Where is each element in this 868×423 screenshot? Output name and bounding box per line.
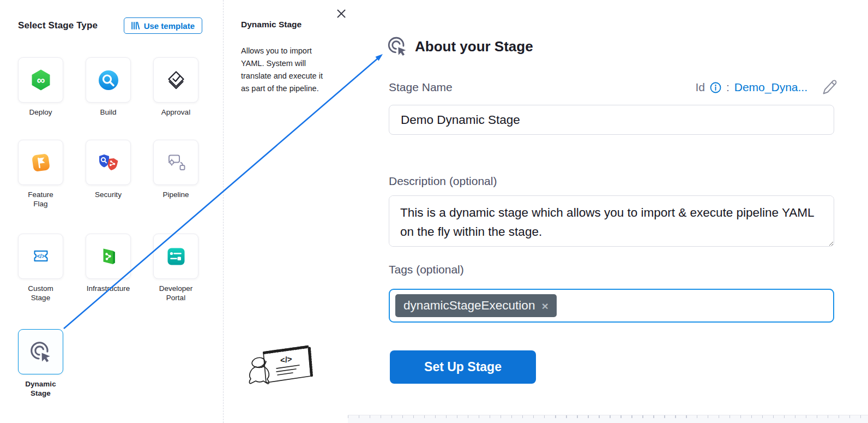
about-stage-panel: About your Stage Stage Name Id : Demo_Dy…	[349, 0, 868, 423]
stage-type-header: Select Stage Type Use template	[18, 17, 202, 34]
close-icon[interactable]	[336, 9, 347, 20]
approval-icon	[164, 68, 188, 92]
stage-tile-custom-stage[interactable]: </> Custom Stage	[18, 234, 63, 302]
dynamic-stage-icon	[28, 339, 53, 365]
stage-tile-developer-portal[interactable]: Developer Portal	[153, 234, 198, 302]
stage-tile-label: Dynamic Stage	[22, 379, 60, 398]
stage-row-1: ∞ Deploy Build	[18, 57, 198, 117]
developer-portal-icon	[164, 245, 188, 269]
stage-tile-label: Approval	[141, 108, 212, 117]
pipeline-canvas-edge	[348, 415, 868, 423]
stage-tile-label: Developer Portal	[157, 284, 195, 302]
dynamic-stage-icon	[386, 35, 409, 58]
stage-name-input[interactable]	[389, 105, 834, 135]
help-panel-description: Allows you to import YAML. System will t…	[241, 45, 328, 95]
remove-tag-icon[interactable]: ×	[541, 300, 548, 312]
whiteboard-sketch-icon: </>	[244, 344, 326, 398]
build-icon	[97, 68, 120, 92]
stage-setup-screen: Select Stage Type Use template ∞	[0, 0, 868, 423]
panel-title: Select Stage Type	[18, 20, 98, 31]
stage-tile-security[interactable]: Security	[86, 140, 131, 208]
custom-stage-icon: </>	[29, 245, 53, 269]
use-template-button[interactable]: Use template	[124, 17, 202, 34]
security-icon	[97, 151, 120, 175]
set-up-stage-button[interactable]: Set Up Stage	[390, 350, 536, 384]
svg-text:∞: ∞	[37, 73, 45, 86]
stage-row-2: Feature Flag Security	[18, 140, 198, 208]
stage-name-row: Stage Name Id : Demo_Dyna...	[389, 79, 837, 96]
deploy-icon: ∞	[29, 68, 53, 92]
stage-tile-build[interactable]: Build	[86, 57, 131, 117]
stage-name-label: Stage Name	[389, 81, 453, 94]
svg-text:</>: </>	[37, 253, 45, 259]
pipeline-icon	[164, 151, 188, 175]
tags-label: Tags (optional)	[389, 263, 464, 276]
stage-row-4: Dynamic Stage	[18, 329, 63, 398]
feature-flag-icon	[29, 151, 53, 175]
stage-tile-label: Pipeline	[141, 190, 212, 199]
id-separator: :	[726, 81, 730, 94]
infrastructure-icon	[97, 245, 120, 269]
stage-tile-pipeline[interactable]: Pipeline	[153, 140, 198, 208]
edit-id-button[interactable]	[821, 79, 837, 96]
description-textarea[interactable]: This is a dynamic stage which allows you…	[389, 195, 834, 247]
tag-chip: dynamicStageExecution ×	[395, 294, 557, 317]
svg-text:</>: </>	[280, 354, 293, 365]
help-panel-title: Dynamic Stage	[241, 20, 302, 29]
stage-tile-label: Deploy	[5, 108, 76, 117]
use-template-label: Use template	[144, 21, 195, 31]
stage-tile-feature-flag[interactable]: Feature Flag	[18, 140, 63, 208]
info-icon[interactable]	[710, 82, 721, 93]
description-label: Description (optional)	[389, 175, 497, 188]
template-library-icon	[131, 22, 140, 29]
stage-tile-label: Infrastructure	[73, 284, 144, 293]
tag-chip-label: dynamicStageExecution	[403, 299, 535, 313]
stage-id-group: Id : Demo_Dyna...	[695, 79, 837, 96]
stage-tile-infrastructure[interactable]: Infrastructure	[86, 234, 131, 302]
stage-tile-dynamic-stage[interactable]: Dynamic Stage	[18, 329, 63, 398]
stage-tile-approval[interactable]: Approval	[153, 57, 198, 117]
stage-tile-deploy[interactable]: ∞ Deploy	[18, 57, 63, 117]
about-heading-title: About your Stage	[415, 38, 533, 55]
stage-tile-label: Security	[73, 190, 144, 199]
id-label: Id	[695, 81, 705, 94]
stage-tile-label: Feature Flag	[22, 190, 60, 208]
id-value[interactable]: Demo_Dyna...	[734, 81, 807, 94]
stage-help-panel: Dynamic Stage Allows you to import YAML.…	[224, 0, 349, 423]
tags-input[interactable]: dynamicStageExecution ×	[389, 289, 834, 323]
stage-row-3: </> Custom Stage Infrastructure	[18, 234, 198, 302]
about-heading: About your Stage	[386, 35, 533, 58]
pencil-icon	[821, 79, 837, 96]
stage-tile-label: Custom Stage	[22, 284, 60, 302]
stage-type-panel: Select Stage Type Use template ∞	[0, 0, 224, 423]
presenter-illustration: </>	[244, 344, 326, 401]
stage-tile-label: Build	[73, 108, 144, 117]
